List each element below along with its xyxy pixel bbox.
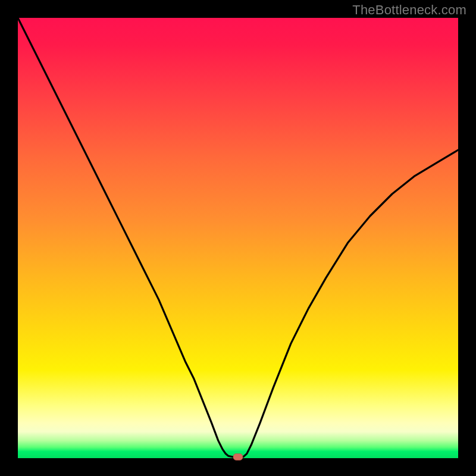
marker-dot <box>233 454 243 461</box>
bottleneck-curve <box>18 18 458 458</box>
plot-area <box>18 18 458 458</box>
watermark-label: TheBottleneck.com <box>352 2 466 18</box>
chart-frame: TheBottleneck.com <box>0 0 476 476</box>
curve-path <box>18 18 458 457</box>
